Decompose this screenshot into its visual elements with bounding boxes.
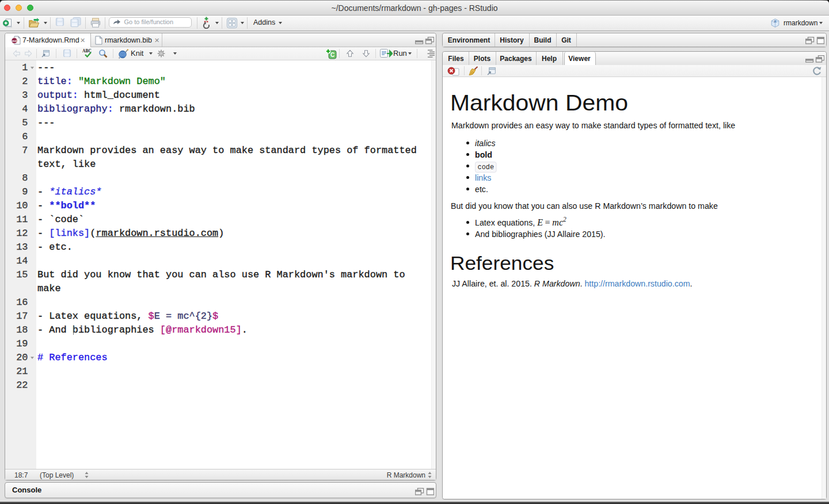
svg-text:md: md — [12, 39, 17, 43]
svg-text:C: C — [330, 52, 334, 58]
svg-text:R: R — [773, 19, 777, 23]
